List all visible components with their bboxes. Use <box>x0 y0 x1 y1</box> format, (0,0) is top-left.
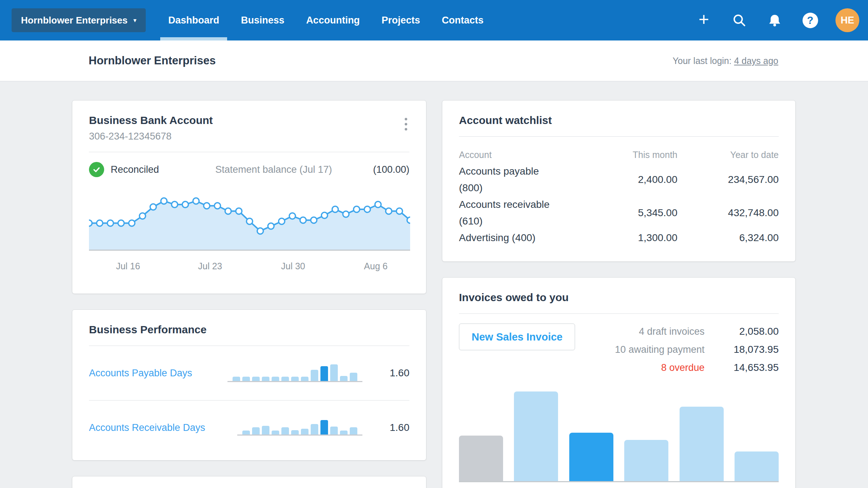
tab-dashboard-label: Dashboard <box>168 15 219 26</box>
invoices-summary: 4 draft invoices 2,058.00 10 awaiting pa… <box>615 324 779 376</box>
right-column: Account watchlist Account This month Yea… <box>442 100 796 488</box>
accounts-payable-days-link[interactable]: Accounts Payable Days <box>89 368 192 379</box>
invoice-bar[interactable] <box>569 433 613 481</box>
spark-bar <box>340 431 348 435</box>
account-name: Accounts payable (800) <box>459 163 562 196</box>
accounts-receivable-days-link[interactable]: Accounts Receivable Days <box>89 422 205 433</box>
tab-accounting-label: Accounting <box>306 15 360 26</box>
payable-days-sparkline <box>227 364 362 382</box>
chevron-down-icon: ▾ <box>133 17 137 23</box>
performance-card-title: Business Performance <box>89 324 409 336</box>
nav-utilities: + ? HE <box>694 8 859 32</box>
bank-card-titles: Business Bank Account 306-234-12345678 <box>89 114 213 142</box>
spark-bar <box>320 420 328 435</box>
bank-account-number: 306-234-12345678 <box>89 131 213 142</box>
spark-bar <box>350 427 357 435</box>
divider <box>459 313 779 314</box>
spark-bar <box>233 377 240 381</box>
new-sales-invoice-button[interactable]: New Sales Invoice <box>459 324 575 350</box>
bank-account-card: Business Bank Account 306-234-12345678 R… <box>72 100 426 294</box>
invoice-bar[interactable] <box>514 391 558 481</box>
spark-bar <box>301 429 309 435</box>
invoices-card-title: Invoices owed to you <box>459 291 779 304</box>
performance-row-receivable-days: Accounts Receivable Days 1.60 <box>89 410 409 445</box>
col-header-account: Account <box>459 146 562 163</box>
spark-bar <box>330 427 338 435</box>
this-month-value: 5,345.00 <box>562 205 677 221</box>
account-name: Accounts receivable (610) <box>459 196 562 230</box>
spark-bar <box>281 427 289 435</box>
draft-invoices-value: 2,058.00 <box>705 324 779 339</box>
spark-bar <box>262 377 269 381</box>
bell-icon <box>767 13 782 27</box>
table-row: Accounts receivable (610) 5,345.00 432,7… <box>459 196 779 230</box>
spark-bar <box>252 377 260 381</box>
org-switcher-button[interactable]: Hornblower Enterprises ▾ <box>12 8 146 32</box>
spark-bar <box>340 376 348 381</box>
year-to-date-value: 432,748.00 <box>677 205 779 221</box>
spark-bar <box>272 377 279 381</box>
search-icon <box>732 13 746 27</box>
draft-invoices-row: 4 draft invoices 2,058.00 <box>615 324 779 339</box>
spark-bar <box>262 426 269 435</box>
x-tick-label: Jul 16 <box>116 261 140 271</box>
help-button[interactable]: ? <box>800 10 820 30</box>
tab-contacts[interactable]: Contacts <box>442 0 484 40</box>
invoice-bar[interactable] <box>735 451 779 481</box>
divider <box>89 152 409 152</box>
last-login-label: Your last login: <box>673 56 732 66</box>
year-to-date-value: 6,324.00 <box>677 230 779 246</box>
awaiting-payment-label: 10 awaiting payment <box>615 342 705 358</box>
table-row: Advertising (400) 1,300.00 6,324.00 <box>459 230 779 246</box>
awaiting-payment-value: 18,073.95 <box>705 342 779 358</box>
partially-visible-card <box>72 476 426 488</box>
receivable-days-value: 1.60 <box>362 422 409 433</box>
invoices-owed-card: Invoices owed to you New Sales Invoice 4… <box>442 277 796 488</box>
x-tick-label: Jul 30 <box>281 261 305 271</box>
table-row: Accounts payable (800) 2,400.00 234,567.… <box>459 163 779 196</box>
spark-bar <box>242 377 250 381</box>
this-month-value: 2,400.00 <box>562 171 677 188</box>
awaiting-payment-row: 10 awaiting payment 18,073.95 <box>615 342 779 358</box>
watchlist-table: Account This month Year to date Accounts… <box>459 146 779 246</box>
help-icon: ? <box>803 13 818 28</box>
spark-bar <box>252 427 260 435</box>
overdue-value: 14,653.95 <box>705 360 779 376</box>
left-column: Business Bank Account 306-234-12345678 R… <box>72 100 426 488</box>
year-to-date-value: 234,567.00 <box>677 171 779 188</box>
spark-bar <box>350 373 357 381</box>
tab-dashboard[interactable]: Dashboard <box>168 0 219 40</box>
x-tick-label: Aug 6 <box>364 261 387 271</box>
overdue-row: 8 overdue 14,653.95 <box>615 360 779 376</box>
invoice-bar[interactable] <box>459 436 503 481</box>
watchlist-header-row: Account This month Year to date <box>459 146 779 163</box>
reconcile-status-row: Reconciled Statement balance (Jul 17) (1… <box>89 162 409 177</box>
search-button[interactable] <box>729 10 749 30</box>
statement-balance-label: Statement balance (Jul 17) <box>215 164 332 175</box>
invoices-action-row: New Sales Invoice 4 draft invoices 2,058… <box>459 324 779 376</box>
last-login-link[interactable]: 4 days ago <box>734 56 778 66</box>
invoice-bar[interactable] <box>624 440 668 481</box>
tab-accounting[interactable]: Accounting <box>306 0 360 40</box>
col-header-this-month: This month <box>562 146 677 163</box>
spark-bar <box>272 431 279 435</box>
divider <box>89 400 409 401</box>
invoices-bar-chart <box>459 391 779 482</box>
account-name: Advertising (400) <box>459 230 562 246</box>
spark-bar <box>291 430 299 435</box>
spark-bar <box>242 431 250 435</box>
last-login: Your last login: 4 days ago <box>673 56 778 66</box>
kebab-menu-icon[interactable] <box>403 114 409 134</box>
x-tick-label: Jul 23 <box>198 261 222 271</box>
tab-business[interactable]: Business <box>241 0 284 40</box>
user-avatar[interactable]: HE <box>835 8 859 32</box>
performance-row-payable-days: Accounts Payable Days 1.60 <box>89 356 409 390</box>
create-new-button[interactable]: + <box>694 10 714 30</box>
notifications-button[interactable] <box>765 10 785 30</box>
spark-bar <box>311 424 318 435</box>
page-title: Hornblower Enterprises <box>89 54 216 67</box>
invoice-bar[interactable] <box>680 407 724 481</box>
account-watchlist-card: Account watchlist Account This month Yea… <box>442 100 796 262</box>
tab-projects[interactable]: Projects <box>382 0 420 40</box>
check-circle-icon <box>89 162 104 177</box>
